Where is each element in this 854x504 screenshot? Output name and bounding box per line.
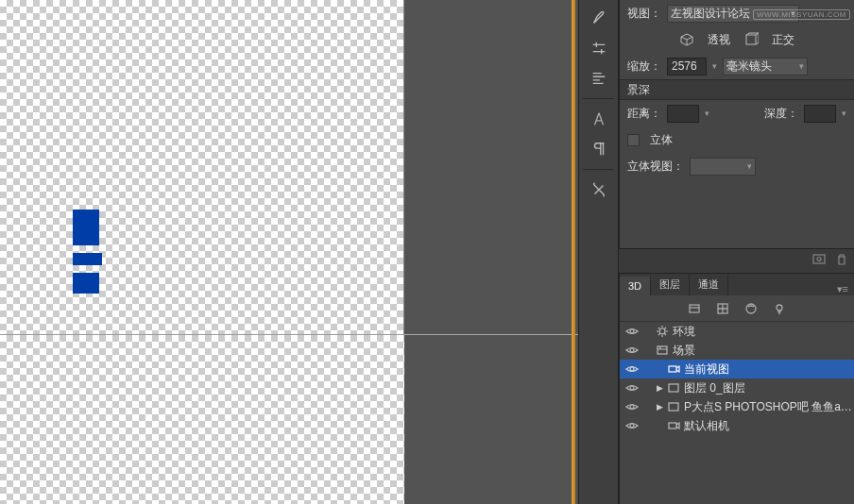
camera-icon (665, 362, 682, 376)
tree-row-default-camera[interactable]: 默认相机 (620, 416, 854, 435)
tree-row-current-view[interactable]: 当前视图 (620, 360, 854, 378)
svg-rect-10 (658, 346, 667, 354)
canvas-area[interactable] (0, 0, 578, 504)
view-dropdown[interactable]: 左视图设计论坛 ▾ (667, 5, 799, 23)
tree-row-environment[interactable]: 环境 (620, 322, 854, 341)
tree-row-layer-0[interactable]: ▶ 图层 0_图层 (620, 378, 854, 397)
chevron-down-icon[interactable]: ▾ (705, 109, 709, 118)
stereo-checkbox[interactable] (627, 134, 640, 146)
layer-icon (665, 400, 682, 413)
svg-rect-12 (669, 366, 676, 372)
perspective-cube-icon[interactable] (679, 32, 694, 47)
panel-3d-properties: WWW.MISSYUAN.COM 视图： 左视图设计论坛 ▾ 透视 正交 缩放：… (619, 0, 854, 179)
svg-point-13 (630, 386, 634, 390)
svg-rect-16 (669, 403, 678, 411)
chevron-down-icon[interactable]: ▾ (842, 109, 846, 118)
tree-label: 场景 (671, 343, 852, 359)
svg-point-17 (630, 424, 634, 428)
panel-menu-icon[interactable]: ▾≡ (831, 283, 854, 295)
lens-dropdown[interactable]: 毫米镜头 ▾ (723, 58, 808, 76)
tree-row-layer-text[interactable]: ▶ P大点S PHOTOSHOP吧 鱼鱼an... (620, 397, 854, 416)
svg-point-11 (630, 367, 634, 371)
dof-header: 景深 (620, 79, 854, 100)
stereo-label: 立体 (650, 132, 673, 148)
adjust-tool-icon[interactable] (585, 36, 613, 60)
chevron-down-icon: ▾ (747, 161, 752, 171)
separator (583, 169, 614, 170)
depth-input[interactable] (804, 105, 836, 123)
canvas-object[interactable] (73, 253, 102, 265)
svg-point-9 (630, 348, 634, 352)
panel-footer (619, 248, 854, 273)
twisty-icon[interactable]: ▶ (654, 402, 665, 412)
tab-3d[interactable]: 3D (620, 277, 651, 295)
canvas-object[interactable] (73, 273, 99, 294)
panel-spacer (619, 179, 854, 248)
canvas-lower[interactable] (0, 334, 404, 504)
svg-point-6 (777, 305, 782, 311)
svg-rect-18 (669, 423, 676, 428)
tab-channels[interactable]: 通道 (690, 274, 728, 295)
zoom-input[interactable] (667, 58, 707, 76)
brush-tool-icon[interactable] (585, 6, 613, 30)
layer-icon (665, 381, 682, 395)
chevron-down-icon[interactable]: ▾ (712, 61, 717, 71)
chevron-down-icon: ▾ (799, 61, 804, 71)
tree-label: 当前视图 (682, 361, 852, 378)
filter-scene-icon[interactable] (687, 301, 702, 316)
filter-material-icon[interactable] (743, 301, 759, 316)
svg-rect-1 (813, 255, 825, 263)
tree-label: 环境 (671, 324, 852, 340)
distance-input[interactable] (667, 105, 699, 123)
ruler-edge (572, 0, 575, 504)
stereo-view-dropdown[interactable]: ▾ (690, 158, 756, 176)
canvas-object[interactable] (73, 210, 99, 245)
right-panels: WWW.MISSYUAN.COM 视图： 左视图设计论坛 ▾ 透视 正交 缩放：… (619, 0, 854, 504)
filter-light-icon[interactable] (772, 301, 787, 316)
stereo-view-label: 立体视图： (627, 159, 684, 175)
svg-point-7 (630, 329, 634, 333)
distance-label: 距离： (627, 106, 661, 122)
chevron-down-icon: ▾ (791, 8, 795, 18)
perspective-label[interactable]: 透视 (708, 32, 730, 48)
ortho-cube-icon[interactable] (743, 32, 759, 47)
tab-layers[interactable]: 图层 (651, 274, 690, 295)
tree-row-scene[interactable]: 场景 (620, 341, 854, 360)
tree-label: 默认相机 (682, 418, 852, 434)
visibility-eye-icon[interactable] (622, 402, 642, 412)
panel-tabs: 3D 图层 通道 ▾≡ (619, 273, 854, 295)
tree-label: 图层 0_图层 (682, 380, 852, 396)
environment-icon (654, 325, 671, 338)
svg-rect-3 (690, 305, 699, 312)
align-tool-icon[interactable] (585, 66, 613, 91)
visibility-eye-icon[interactable] (622, 364, 642, 374)
svg-point-2 (817, 257, 821, 260)
visibility-eye-icon[interactable] (622, 421, 642, 430)
render-icon[interactable] (812, 253, 826, 270)
view-label: 视图： (627, 6, 661, 22)
view-value: 左视图设计论坛 (671, 6, 750, 22)
zoom-label: 缩放： (627, 59, 661, 75)
lens-value: 毫米镜头 (726, 59, 772, 75)
tree-label: P大点S PHOTOSHOP吧 鱼鱼an... (682, 399, 852, 415)
svg-rect-14 (669, 384, 678, 392)
separator (583, 98, 614, 99)
scene-tree: 环境 场景 当前视图 ▶ 图层 0_图层 ▶ P大点S PHOTOSHOP吧 鱼 (619, 322, 854, 435)
scene-icon (654, 344, 671, 357)
svg-rect-0 (746, 35, 756, 44)
visibility-eye-icon[interactable] (622, 383, 642, 393)
svg-point-15 (630, 405, 634, 409)
svg-point-8 (659, 328, 665, 334)
visibility-eye-icon[interactable] (622, 345, 642, 355)
filter-mesh-icon[interactable] (715, 301, 730, 316)
twisty-icon[interactable]: ▶ (654, 383, 665, 393)
filter-icons-row (619, 295, 854, 322)
canvas-upper[interactable] (0, 0, 404, 334)
paragraph-tool-icon[interactable] (585, 137, 613, 161)
visibility-eye-icon[interactable] (622, 327, 642, 336)
trash-icon[interactable] (835, 253, 848, 270)
text-a-tool-icon[interactable] (585, 107, 613, 131)
tools-cross-icon[interactable] (585, 177, 613, 202)
orthographic-label[interactable]: 正交 (772, 32, 794, 48)
tree-empty-area (619, 435, 854, 504)
